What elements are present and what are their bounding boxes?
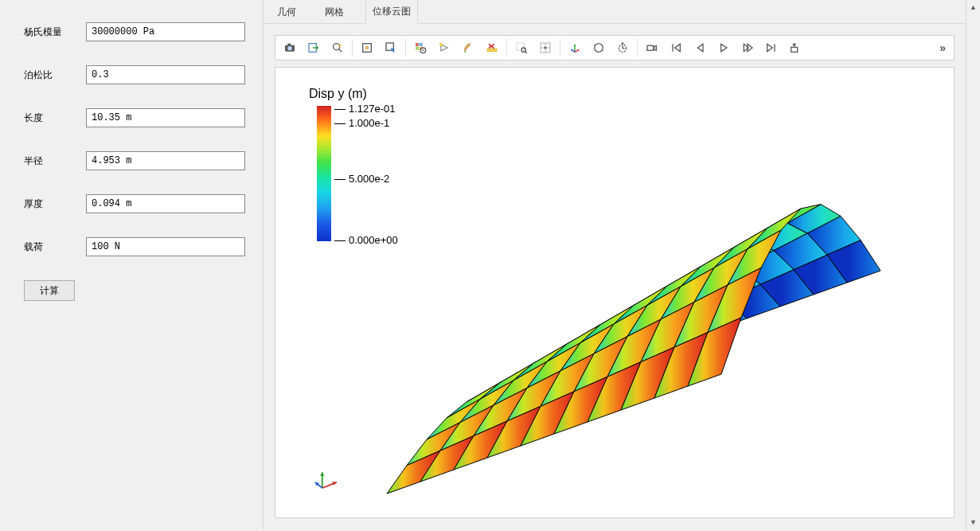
input-poisson-ratio[interactable] — [86, 65, 245, 84]
field-load: 载荷 — [24, 237, 248, 256]
field-radius: 半径 — [24, 151, 248, 170]
separator — [637, 39, 638, 57]
svg-line-5 — [338, 49, 342, 52]
scroll-down-icon[interactable]: ▼ — [966, 515, 980, 529]
step-fwd-icon[interactable] — [736, 37, 759, 58]
svg-rect-2 — [287, 44, 291, 46]
svg-rect-10 — [420, 43, 423, 46]
tab-geometry[interactable]: 几何 — [270, 0, 303, 24]
svg-point-34 — [595, 44, 603, 53]
input-load[interactable] — [86, 237, 245, 256]
toolbar-wrap: » — [264, 24, 966, 61]
select-center-icon[interactable] — [534, 37, 556, 58]
svg-point-1 — [287, 46, 291, 50]
brush-icon[interactable] — [457, 37, 479, 58]
svg-rect-38 — [622, 42, 624, 44]
label-youngs-modulus: 杨氏模量 — [24, 25, 86, 39]
scroll-up-icon[interactable]: ▲ — [966, 0, 980, 14]
viewer-wrap: Disp y (m) 1.127e-01 1.000e-1 5.000e-2 0… — [264, 61, 966, 529]
legend-title: Disp y (m) — [309, 87, 367, 101]
viewer-3d[interactable]: Disp y (m) 1.127e-01 1.000e-1 5.000e-2 0… — [275, 67, 955, 518]
zoom-flash-icon[interactable] — [326, 37, 349, 58]
svg-point-15 — [439, 43, 442, 45]
svg-line-24 — [525, 52, 527, 53]
tab-mesh[interactable]: 网格 — [318, 0, 351, 24]
timer-icon[interactable] — [611, 37, 634, 58]
grid-settings-icon[interactable] — [409, 37, 431, 58]
rotate-axes-icon[interactable] — [564, 37, 586, 58]
window-scrollbar[interactable]: ▲ ▼ — [966, 0, 980, 529]
input-thickness[interactable] — [86, 194, 245, 213]
svg-point-26 — [544, 46, 546, 49]
export-anim-icon[interactable] — [784, 37, 806, 58]
field-length: 长度 — [24, 108, 248, 127]
step-back-icon[interactable] — [689, 37, 711, 58]
input-length[interactable] — [86, 108, 245, 127]
label-poisson-ratio: 泊松比 — [24, 68, 86, 82]
select-box-icon[interactable] — [356, 37, 378, 58]
toolbar-overflow[interactable]: » — [935, 41, 951, 54]
separator — [506, 39, 507, 57]
label-radius: 半径 — [24, 154, 86, 168]
play-icon[interactable] — [713, 37, 735, 58]
svg-point-14 — [422, 49, 424, 51]
tab-displacement-contour[interactable]: 位移云图 — [365, 0, 418, 24]
svg-rect-22 — [517, 43, 524, 50]
lightbulb-icon[interactable] — [433, 37, 455, 58]
separator — [352, 39, 353, 57]
label-load: 载荷 — [24, 240, 86, 254]
tab-bar: 几何 网格 位移云图 — [264, 0, 966, 24]
input-youngs-modulus[interactable] — [86, 22, 245, 41]
calculate-button[interactable]: 计算 — [24, 280, 75, 301]
zoom-rect-icon[interactable] — [510, 37, 533, 58]
displacement-contour-surface — [371, 100, 928, 513]
label-length: 长度 — [24, 111, 86, 125]
svg-rect-9 — [416, 43, 419, 46]
ruler-x-icon[interactable] — [481, 37, 503, 58]
orbit-icon[interactable] — [588, 37, 610, 58]
svg-point-23 — [521, 48, 525, 52]
svg-rect-7 — [365, 46, 369, 49]
field-youngs-modulus: 杨氏模量 — [24, 22, 248, 41]
svg-rect-42 — [791, 47, 798, 52]
app-root: 杨氏模量 泊松比 长度 半径 厚度 载荷 计算 几何 网格 位移云图 — [0, 0, 966, 529]
toolbar: » — [275, 35, 955, 61]
field-thickness: 厚度 — [24, 194, 248, 213]
svg-rect-11 — [416, 47, 419, 50]
field-poisson-ratio: 泊松比 — [24, 65, 248, 84]
legend-colorbar — [317, 106, 331, 241]
skip-first-icon[interactable] — [665, 37, 687, 58]
parameters-form: 杨氏模量 泊松比 长度 半径 厚度 载荷 计算 — [0, 0, 263, 529]
snapshot-icon[interactable] — [279, 37, 301, 58]
separator — [560, 39, 560, 57]
camera-icon[interactable] — [641, 37, 663, 58]
input-radius[interactable] — [86, 151, 245, 170]
right-panel: 几何 网格 位移云图 — [263, 0, 966, 529]
svg-rect-39 — [647, 45, 654, 50]
axis-triad-icon — [314, 467, 342, 495]
select-arrow-icon[interactable] — [380, 37, 402, 58]
export-icon[interactable] — [303, 37, 325, 58]
skip-last-icon[interactable] — [760, 37, 783, 58]
label-thickness: 厚度 — [24, 197, 86, 211]
separator — [405, 39, 406, 57]
